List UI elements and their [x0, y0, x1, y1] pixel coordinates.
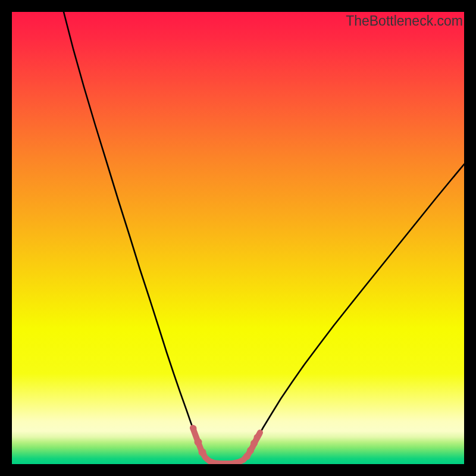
marker-layer	[12, 12, 464, 464]
curve-marker	[243, 453, 250, 460]
watermark-text: TheBottleneck.com	[346, 13, 463, 29]
curve-marker	[250, 440, 258, 447]
curve-marker	[190, 425, 197, 432]
curve-marker	[199, 449, 206, 456]
curve-marker	[247, 447, 254, 454]
curve-marker	[195, 439, 202, 446]
curve-marker	[257, 430, 263, 436]
chart-frame	[12, 12, 464, 464]
